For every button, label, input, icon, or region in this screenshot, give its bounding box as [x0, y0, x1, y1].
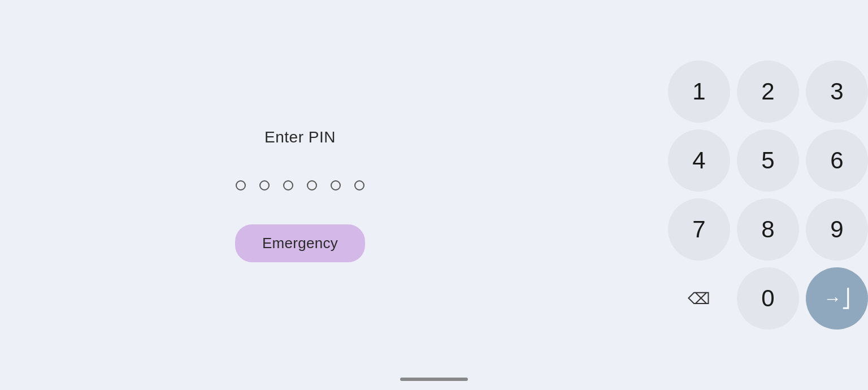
lock-screen: Enter PIN Emergency 1 2 3 4 5 6 7 8 [0, 0, 868, 390]
numpad: 1 2 3 4 5 6 7 8 9 ⌫ 0 →⎦ [634, 60, 868, 330]
enter-pin-label: Enter PIN [264, 128, 336, 146]
numpad-3[interactable]: 3 [806, 60, 868, 123]
numpad-7[interactable]: 7 [668, 198, 730, 261]
numpad-row-3: 7 8 9 [668, 198, 868, 261]
numpad-row-4: ⌫ 0 →⎦ [668, 267, 868, 330]
pin-dot-5 [331, 180, 341, 190]
pin-dots [236, 180, 364, 190]
pin-dot-6 [354, 180, 364, 190]
pin-dot-3 [283, 180, 293, 190]
left-panel: Enter PIN Emergency [0, 128, 634, 262]
confirm-arrow-icon: →⎦ [823, 288, 850, 309]
emergency-button[interactable]: Emergency [235, 224, 365, 262]
pin-dot-1 [236, 180, 246, 190]
numpad-5[interactable]: 5 [737, 129, 799, 192]
numpad-9[interactable]: 9 [806, 198, 868, 261]
numpad-2[interactable]: 2 [737, 60, 799, 123]
numpad-confirm-button[interactable]: →⎦ [806, 267, 868, 330]
numpad-row-1: 1 2 3 [668, 60, 868, 123]
delete-icon: ⌫ [688, 289, 710, 308]
numpad-row-2: 4 5 6 [668, 129, 868, 192]
bottom-nav-bar [400, 378, 468, 381]
numpad-1[interactable]: 1 [668, 60, 730, 123]
numpad-0[interactable]: 0 [737, 267, 799, 330]
numpad-4[interactable]: 4 [668, 129, 730, 192]
pin-dot-2 [259, 180, 270, 190]
numpad-8[interactable]: 8 [737, 198, 799, 261]
pin-dot-4 [307, 180, 317, 190]
numpad-delete-button[interactable]: ⌫ [668, 267, 730, 330]
numpad-6[interactable]: 6 [806, 129, 868, 192]
